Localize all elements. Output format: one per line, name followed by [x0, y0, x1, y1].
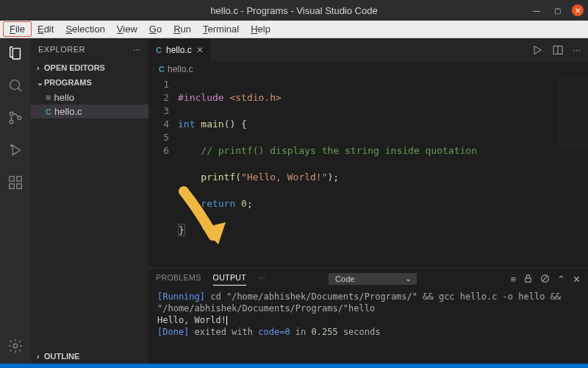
source-control-icon[interactable]: [7, 109, 24, 127]
editor-more-icon[interactable]: ···: [573, 44, 581, 56]
menu-terminal[interactable]: Terminal: [197, 22, 245, 36]
search-icon[interactable]: [7, 77, 24, 94]
tabs-row: C hello.c ✕ ···: [148, 38, 588, 62]
breadcrumb-label: hello.c: [168, 64, 193, 74]
tab-problems[interactable]: PROBLEMS: [156, 273, 201, 285]
output-channel-select[interactable]: Code: [329, 273, 417, 285]
maximize-button[interactable]: ▢: [551, 4, 563, 16]
window-title: hello.c - Programs - Visual Studio Code: [6, 5, 582, 16]
svg-point-1: [10, 112, 13, 116]
chevron-up-icon[interactable]: ⌃: [557, 274, 565, 285]
menu-file[interactable]: File: [3, 21, 32, 37]
window-controls: — ▢ ✕: [531, 4, 584, 16]
c-file-icon: C: [46, 107, 51, 116]
svg-point-2: [10, 120, 13, 124]
tab-output[interactable]: OUTPUT: [213, 273, 247, 286]
svg-rect-7: [17, 184, 21, 188]
status-bar[interactable]: [0, 364, 588, 368]
split-editor-icon[interactable]: [552, 44, 564, 56]
main-area: EXPLORER ··· ›OPEN EDITORS ⌄PROGRAMS ≡ h…: [0, 38, 588, 364]
files-icon[interactable]: [7, 44, 24, 62]
filter-icon[interactable]: ≡: [510, 274, 516, 285]
panel-tabs: PROBLEMS OUTPUT ··· Code ≡ ⌃ ✕: [148, 269, 588, 289]
panel-actions: ≡ ⌃ ✕: [510, 274, 581, 285]
close-panel-icon[interactable]: ✕: [573, 274, 581, 285]
menu-selection[interactable]: Selection: [60, 22, 110, 36]
svg-point-3: [18, 116, 21, 120]
c-file-icon: C: [159, 65, 165, 74]
file-item-hello[interactable]: ≡ hello: [31, 91, 148, 105]
open-editors-section[interactable]: ›OPEN EDITORS: [31, 60, 148, 75]
editor-area: C hello.c ✕ ··· C hello.c 1 2 3 4 5 6: [148, 38, 588, 364]
close-tab-icon[interactable]: ✕: [196, 45, 204, 55]
svg-point-0: [10, 80, 20, 90]
extensions-icon[interactable]: [7, 174, 24, 191]
output-body[interactable]: [Running] cd "/home/abhishek/Documents/P…: [148, 289, 588, 364]
workspace-section[interactable]: ⌄PROGRAMS: [31, 75, 148, 91]
minimap[interactable]: [559, 77, 588, 150]
close-button[interactable]: ✕: [572, 4, 584, 16]
menu-view[interactable]: View: [111, 22, 143, 36]
svg-rect-5: [10, 177, 14, 181]
menu-run[interactable]: Run: [168, 22, 197, 36]
file-name: hello.c: [54, 106, 82, 117]
bottom-panel: PROBLEMS OUTPUT ··· Code ≡ ⌃ ✕ [Running]…: [148, 268, 588, 364]
outline-section[interactable]: ›OUTLINE: [31, 349, 148, 364]
menubar: File Edit Selection View Go Run Terminal…: [0, 21, 588, 38]
breadcrumb[interactable]: C hello.c: [148, 62, 588, 77]
svg-rect-11: [526, 277, 531, 281]
sidebar-title: EXPLORER: [38, 45, 85, 54]
editor-actions: ···: [531, 44, 588, 56]
menu-help[interactable]: Help: [245, 22, 276, 36]
sidebar-header: EXPLORER ···: [31, 38, 148, 60]
run-icon[interactable]: [531, 44, 543, 56]
line-gutter: 1 2 3 4 5 6: [148, 77, 178, 268]
svg-rect-8: [17, 177, 21, 181]
clear-icon[interactable]: [540, 274, 550, 285]
c-file-icon: C: [156, 46, 162, 54]
lock-icon[interactable]: [523, 274, 533, 285]
minimize-button[interactable]: —: [531, 4, 542, 16]
sidebar: EXPLORER ··· ›OPEN EDITORS ⌄PROGRAMS ≡ h…: [31, 38, 148, 364]
file-name: hello: [54, 92, 74, 103]
editor[interactable]: 1 2 3 4 5 6 #include <stdio.h> int main(…: [148, 77, 588, 268]
binary-file-icon: ≡: [46, 92, 51, 103]
activity-bar: [0, 38, 31, 364]
titlebar: hello.c - Programs - Visual Studio Code …: [0, 0, 588, 21]
menu-edit[interactable]: Edit: [32, 22, 60, 36]
tab-more[interactable]: ···: [258, 273, 265, 285]
file-item-hello-c[interactable]: C hello.c: [31, 105, 148, 118]
tab-label: hello.c: [166, 45, 192, 55]
code-content[interactable]: #include <stdio.h> int main() { // print…: [178, 77, 588, 268]
debug-icon[interactable]: [7, 141, 24, 159]
svg-rect-6: [10, 184, 14, 188]
menu-go[interactable]: Go: [143, 22, 168, 36]
tab-hello-c[interactable]: C hello.c ✕: [148, 38, 212, 62]
svg-point-4: [11, 145, 12, 146]
sidebar-more-icon[interactable]: ···: [133, 45, 141, 54]
svg-point-9: [13, 344, 18, 348]
settings-icon[interactable]: [7, 337, 24, 355]
